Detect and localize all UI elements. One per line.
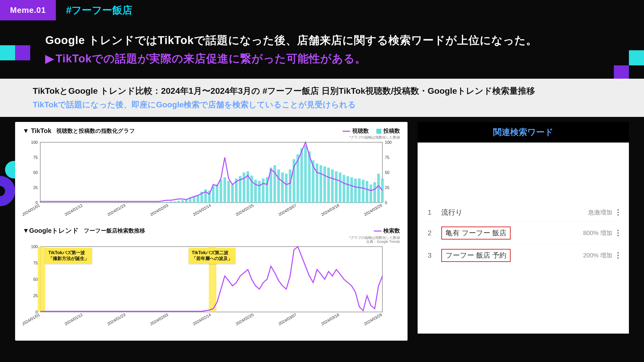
svg-text:75: 75 — [33, 261, 38, 265]
chart2-marker: ▼Googleトレンド — [23, 226, 79, 235]
svg-rect-64 — [331, 169, 334, 203]
svg-text:100: 100 — [31, 140, 38, 145]
svg-text:2024/03/29: 2024/03/29 — [363, 312, 383, 326]
svg-text:2024/02/14: 2024/02/14 — [192, 312, 212, 326]
svg-text:2024/01/12: 2024/01/12 — [64, 312, 84, 326]
svg-rect-69 — [350, 177, 353, 203]
svg-rect-33 — [212, 186, 215, 203]
headline-line1: Google トレンドではTikTokで話題になった後、店舗来店に関する検索ワー… — [45, 33, 614, 48]
svg-rect-52 — [285, 174, 288, 203]
svg-rect-22 — [170, 201, 172, 203]
meme-tag: Meme.01 — [0, 0, 56, 20]
keyword-row[interactable]: 1流行り急激増加 — [425, 203, 621, 222]
svg-text:25: 25 — [385, 186, 389, 190]
keyword-term: 亀有 フーフー 飯店 — [441, 227, 511, 240]
svg-rect-53 — [289, 169, 292, 203]
keyword-delta: 急激増加 — [588, 208, 612, 216]
charts-panel: ▼ TikTok 視聴数と投稿数の指数化グラフ 視聴数 投稿数 *グラフの縦軸は… — [15, 122, 408, 341]
svg-rect-0 — [40, 142, 382, 203]
keyword-delta: 800% 増加 — [583, 229, 612, 237]
svg-text:100: 100 — [385, 140, 392, 145]
svg-rect-75 — [373, 182, 376, 203]
svg-text:2024/02/25: 2024/02/25 — [235, 203, 255, 217]
svg-rect-74 — [370, 185, 372, 203]
svg-rect-70 — [354, 178, 357, 203]
svg-rect-46 — [262, 178, 265, 203]
svg-rect-25 — [181, 200, 184, 203]
svg-rect-41 — [243, 172, 246, 203]
svg-rect-62 — [323, 166, 326, 203]
more-icon[interactable] — [617, 255, 619, 256]
description-band: TikTokとGoogle トレンド比較：2024年1月〜2024年3月の #フ… — [0, 79, 644, 117]
svg-text:2024/01/23: 2024/01/23 — [107, 203, 126, 217]
svg-rect-34 — [216, 185, 219, 203]
svg-rect-61 — [319, 165, 322, 203]
more-icon[interactable] — [617, 212, 619, 213]
svg-text:2024/02/03: 2024/02/03 — [149, 203, 169, 217]
svg-rect-65 — [335, 171, 338, 203]
chart1-axis-note: *グラフの縦軸は指数化した数値 — [23, 135, 400, 140]
keyword-term: フーフー 飯店 予約 — [441, 249, 511, 262]
svg-rect-66 — [339, 172, 342, 203]
more-icon[interactable] — [617, 232, 619, 234]
keyword-row[interactable]: 3フーフー 飯店 予約200% 増加 — [425, 244, 621, 266]
band-line2: TikTokで話題になった後、即座にGoogle検索で店舗を検索していることが見… — [33, 99, 611, 110]
svg-text:2024/02/14: 2024/02/14 — [192, 203, 212, 217]
keyword-rank: 1 — [428, 208, 434, 216]
svg-rect-29 — [196, 195, 199, 203]
svg-text:2024/03/07: 2024/03/07 — [278, 203, 297, 217]
keyword-rank: 3 — [428, 251, 434, 259]
svg-text:25: 25 — [33, 294, 38, 298]
tiktok-chart: ▼ TikTok 視聴数と投稿数の指数化グラフ 視聴数 投稿数 *グラフの縦軸は… — [23, 127, 400, 219]
svg-text:25: 25 — [33, 186, 38, 190]
svg-text:50: 50 — [33, 170, 38, 175]
svg-rect-76 — [377, 174, 380, 203]
svg-rect-28 — [193, 197, 195, 203]
svg-text:100: 100 — [31, 245, 38, 249]
legend-posts-label: 投稿数 — [383, 128, 400, 134]
chart1-legend: 視聴数 投稿数 — [343, 127, 400, 135]
svg-text:50: 50 — [33, 277, 38, 282]
legend-line-icon — [374, 231, 381, 232]
headline: Google トレンドではTikTokで話題になった後、店舗来店に関する検索ワー… — [0, 20, 644, 74]
annotation-wave2: TikTokバズ第二波「若年層への波及」 — [189, 248, 235, 264]
svg-rect-37 — [227, 181, 230, 203]
top-bar: Meme.01 #フーフー飯店 — [0, 0, 644, 20]
headline-line2: ▶TikTokでの話題が実際の来店促進に繋がった可能性がある。 — [45, 51, 614, 66]
svg-text:2024/01/12: 2024/01/12 — [64, 203, 84, 217]
svg-text:2024/03/07: 2024/03/07 — [278, 312, 297, 326]
hashtag-title: #フーフー飯店 — [56, 3, 132, 17]
svg-rect-44 — [254, 180, 257, 203]
svg-rect-21 — [166, 202, 169, 203]
chart2-legend: 検索数 — [374, 227, 400, 235]
chart1-marker: ▼ TikTok — [23, 127, 51, 135]
svg-text:2024/02/03: 2024/02/03 — [149, 312, 169, 326]
svg-rect-57 — [304, 145, 307, 203]
svg-rect-72 — [362, 180, 365, 203]
svg-rect-35 — [220, 180, 222, 203]
keyword-term: 流行り — [441, 208, 463, 217]
svg-rect-38 — [231, 185, 234, 203]
svg-rect-79 — [38, 247, 45, 312]
chart1-svg: 002525505075751001002024/01/012024/01/12… — [23, 140, 400, 218]
svg-text:0: 0 — [385, 201, 387, 205]
keyword-row[interactable]: 2亀有 フーフー 飯店800% 増加 — [425, 222, 621, 244]
headline-purple-text: TikTokでの話題が実際の来店促進に繋がった可能性がある。 — [56, 52, 366, 65]
svg-rect-36 — [223, 177, 226, 203]
svg-rect-63 — [327, 168, 330, 203]
chart2-axis-note2: 出典：Google Trends — [23, 240, 400, 244]
svg-rect-73 — [366, 181, 369, 203]
svg-text:2024/01/01: 2024/01/01 — [23, 203, 41, 217]
svg-rect-49 — [273, 165, 276, 203]
svg-rect-56 — [300, 148, 303, 203]
svg-rect-20 — [162, 202, 165, 203]
svg-text:75: 75 — [385, 155, 389, 160]
svg-text:2024/03/18: 2024/03/18 — [320, 312, 340, 326]
svg-rect-67 — [343, 175, 345, 203]
svg-rect-68 — [346, 176, 349, 203]
band-line1: TikTokとGoogle トレンド比較：2024年1月〜2024年3月の #フ… — [33, 85, 611, 97]
svg-text:50: 50 — [385, 170, 389, 175]
chart1-subtitle: 視聴数と投稿数の指数化グラフ — [56, 127, 135, 135]
triangle-icon: ▶ — [45, 52, 54, 65]
legend-views-label: 視聴数 — [352, 128, 369, 134]
